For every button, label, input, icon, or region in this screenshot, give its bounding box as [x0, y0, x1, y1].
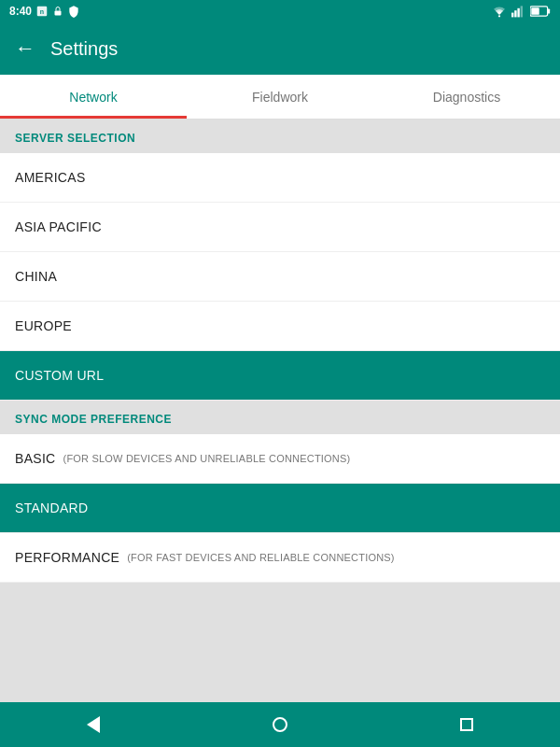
- nav-recents-button[interactable]: [448, 706, 485, 743]
- status-bar-right: [491, 5, 551, 18]
- svg-text:n: n: [40, 8, 44, 15]
- battery-icon: [530, 6, 551, 17]
- back-nav-icon: [87, 716, 100, 733]
- bottom-nav: [0, 702, 560, 747]
- sync-basic[interactable]: BASIC (FOR SLOW DEVICES AND UNRELIABLE C…: [0, 434, 560, 484]
- notification-icon: n: [35, 5, 49, 18]
- nav-back-button[interactable]: [75, 706, 112, 743]
- tabs-container: Network Fieldwork Diagnostics: [0, 75, 560, 120]
- server-europe[interactable]: EUROPE: [0, 302, 560, 351]
- page-title: Settings: [50, 38, 118, 60]
- sync-standard[interactable]: STANDARD: [0, 484, 560, 533]
- svg-rect-6: [517, 8, 519, 18]
- server-custom-url[interactable]: CUSTOM URL: [0, 351, 560, 401]
- svg-point-3: [498, 15, 500, 17]
- svg-rect-4: [511, 13, 513, 18]
- time-display: 8:40: [9, 5, 32, 18]
- server-americas[interactable]: AMERICAS: [0, 153, 560, 203]
- server-selection-label: SERVER SELECTION: [15, 132, 135, 145]
- server-selection-header: SERVER SELECTION: [0, 120, 560, 153]
- svg-rect-9: [548, 8, 551, 13]
- toolbar: ← Settings: [0, 22, 560, 75]
- server-asia-pacific[interactable]: ASIA PACIFIC: [0, 203, 560, 252]
- sync-mode-label: SYNC MODE PREFERENCE: [15, 413, 172, 426]
- status-bar-left: 8:40 n: [9, 5, 80, 18]
- svg-rect-5: [514, 10, 516, 17]
- recents-nav-icon: [460, 718, 473, 731]
- lock-icon: [52, 5, 63, 18]
- back-button[interactable]: ←: [15, 38, 35, 59]
- server-china[interactable]: CHINA: [0, 252, 560, 302]
- home-nav-icon: [273, 717, 287, 732]
- nav-home-button[interactable]: [261, 706, 299, 743]
- sync-mode-header: SYNC MODE PREFERENCE: [0, 401, 560, 434]
- svg-rect-7: [521, 6, 523, 17]
- content-area: SERVER SELECTION AMERICAS ASIA PACIFIC C…: [0, 120, 560, 702]
- shield-icon: [67, 5, 80, 18]
- svg-rect-10: [531, 7, 539, 15]
- empty-space: [0, 583, 560, 657]
- sync-performance[interactable]: PERFORMANCE (FOR FAST DEVICES AND RELIAB…: [0, 533, 560, 583]
- status-bar: 8:40 n: [0, 0, 560, 22]
- tab-diagnostics[interactable]: Diagnostics: [373, 75, 560, 119]
- tab-network[interactable]: Network: [0, 75, 187, 119]
- wifi-icon: [491, 5, 508, 18]
- svg-rect-2: [55, 11, 62, 16]
- signal-icon: [511, 5, 526, 18]
- tab-fieldwork[interactable]: Fieldwork: [187, 75, 373, 119]
